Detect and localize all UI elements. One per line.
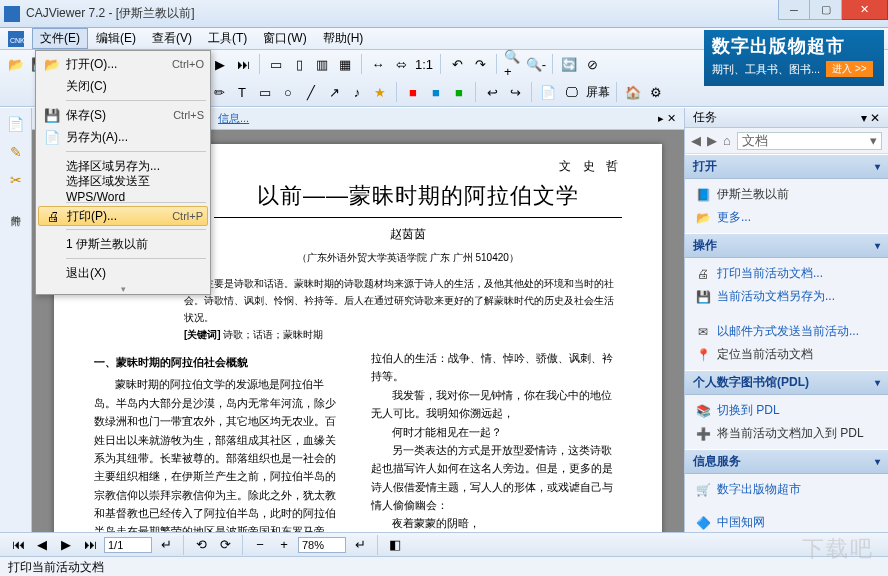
redo-icon[interactable]: ↪ [505, 82, 525, 102]
menu-print-shortcut: Ctrl+P [172, 210, 203, 222]
fit-width-icon[interactable]: ↔ [368, 54, 388, 74]
bb-zoomin-icon[interactable]: + [274, 535, 294, 555]
bb-first-icon[interactable]: ⏮ [8, 535, 28, 555]
close-button[interactable]: ✕ [842, 0, 888, 20]
bb-zoom-go-icon[interactable]: ↵ [350, 535, 370, 555]
bb-go-icon[interactable]: ↵ [156, 535, 176, 555]
bb-last-icon[interactable]: ⏭ [80, 535, 100, 555]
task-info-mall[interactable]: 🛒数字出版物超市 [691, 478, 882, 501]
layout4-icon[interactable]: ▦ [335, 54, 355, 74]
menu-view[interactable]: 查看(V) [144, 28, 200, 49]
task-op-locate[interactable]: 📍定位当前活动文档 [691, 343, 882, 366]
bb-next-icon[interactable]: ▶ [56, 535, 76, 555]
left-tool-3[interactable]: ✂ [4, 168, 28, 192]
task-nav-dropdown[interactable]: 文档 ▾ [737, 132, 882, 150]
menu-edit[interactable]: 编辑(E) [88, 28, 144, 49]
left-tool-1[interactable]: 📄 [4, 112, 28, 136]
bb-zoomout-icon[interactable]: − [250, 535, 270, 555]
annot7-icon[interactable]: ↗ [324, 82, 344, 102]
layout1-icon[interactable]: ▭ [266, 54, 286, 74]
banner-ad[interactable]: 数字出版物超市 期刊、工具书、图书... 进入 >> [704, 30, 884, 86]
stop-icon[interactable]: ⊘ [582, 54, 602, 74]
menu-open[interactable]: 📂 打开(O)... Ctrl+O [38, 53, 208, 75]
config-icon[interactable]: ⚙ [646, 82, 666, 102]
menu-help[interactable]: 帮助(H) [315, 28, 372, 49]
bb-layout-icon[interactable]: ◧ [385, 535, 405, 555]
task-op-saveas[interactable]: 💾当前活动文档另存为... [691, 285, 882, 308]
menu-send-wps[interactable]: 选择区域发送至 WPS/Word [38, 177, 208, 199]
actual-size-icon[interactable]: 1:1 [414, 54, 434, 74]
open-icon[interactable]: 📂 [6, 54, 26, 74]
menu-file[interactable]: 文件(E) [32, 28, 88, 49]
annot8-icon[interactable]: ♪ [347, 82, 367, 102]
nav-back-icon[interactable]: ◀ [691, 133, 701, 148]
nav-fwd-icon[interactable]: ▶ [707, 133, 717, 148]
bb-prev-icon[interactable]: ◀ [32, 535, 52, 555]
annot6-icon[interactable]: ╱ [301, 82, 321, 102]
home-icon[interactable]: 🏠 [623, 82, 643, 102]
menu-save[interactable]: 💾 保存(S) Ctrl+S [38, 104, 208, 126]
task-op-print[interactable]: 🖨打印当前活动文档... [691, 262, 882, 285]
color1-icon[interactable]: ■ [403, 82, 423, 102]
screen-icon[interactable]: 🖵 [561, 82, 581, 102]
task-section-info[interactable]: 信息服务▾ [685, 449, 888, 474]
section-1-title: 一、蒙昧时期的阿拉伯社会概貌 [94, 353, 345, 371]
annot9-icon[interactable]: ★ [370, 82, 390, 102]
sec-open-label: 打开 [693, 158, 717, 175]
window-title: CAJViewer 7.2 - [伊斯兰教以前] [26, 5, 194, 22]
refresh-icon[interactable]: 🔄 [559, 54, 579, 74]
separator [552, 54, 553, 74]
doc-info-link[interactable]: 信息... [218, 111, 249, 126]
fit-page-icon[interactable]: ⬄ [391, 54, 411, 74]
banner-title: 数字出版物超市 [712, 34, 876, 58]
task-op-mail[interactable]: ✉以邮件方式发送当前活动... [691, 320, 882, 343]
minimize-button[interactable]: ─ [778, 0, 810, 20]
menu-recent-1[interactable]: 1 伊斯兰教以前 [38, 233, 208, 255]
annot3-icon[interactable]: T [232, 82, 252, 102]
layout2-icon[interactable]: ▯ [289, 54, 309, 74]
task-open-more[interactable]: 📂更多... [691, 206, 882, 229]
rotate-right-icon[interactable]: ↷ [470, 54, 490, 74]
task-info-cnki[interactable]: 🔷中国知网 [691, 511, 882, 534]
task-section-pdl[interactable]: 个人数字图书馆(PDL)▾ [685, 370, 888, 395]
left-tool-2[interactable]: ✎ [4, 140, 28, 164]
annot5-icon[interactable]: ○ [278, 82, 298, 102]
status-bar: 打印当前活动文档 [0, 556, 888, 576]
menu-grip: ▾ [38, 284, 208, 292]
zoom-in-icon[interactable]: 🔍+ [503, 54, 523, 74]
color3-icon[interactable]: ■ [449, 82, 469, 102]
banner-enter[interactable]: 进入 >> [826, 61, 872, 77]
last-page-icon[interactable]: ⏭ [233, 54, 253, 74]
maximize-button[interactable]: ▢ [810, 0, 842, 20]
task-open-recent[interactable]: 📘伊斯兰教以前 [691, 183, 882, 206]
doc-icon[interactable]: 📄 [538, 82, 558, 102]
zoom-input[interactable] [298, 537, 346, 553]
undo-icon[interactable]: ↩ [482, 82, 502, 102]
annot4-icon[interactable]: ▭ [255, 82, 275, 102]
menu-exit[interactable]: 退出(X) [38, 262, 208, 284]
color2-icon[interactable]: ■ [426, 82, 446, 102]
task-pdl-switch[interactable]: 📚切换到 PDL [691, 399, 882, 422]
nav-home-icon[interactable]: ⌂ [723, 133, 731, 148]
bb-back-icon[interactable]: ⟲ [191, 535, 211, 555]
doc-pin-button[interactable]: ▸ ✕ [650, 112, 684, 125]
task-pdl-add[interactable]: ➕将当前活动文档加入到 PDL [691, 422, 882, 445]
rotate-left-icon[interactable]: ↶ [447, 54, 467, 74]
menu-print[interactable]: 🖨 打印(P)... Ctrl+P [38, 206, 208, 226]
menu-close[interactable]: 关闭(C) [38, 75, 208, 97]
task-section-ops[interactable]: 操作▾ [685, 233, 888, 258]
zoom-out-icon[interactable]: 🔍- [526, 54, 546, 74]
menu-window[interactable]: 窗口(W) [255, 28, 314, 49]
bb-fwd-icon[interactable]: ⟳ [215, 535, 235, 555]
layout3-icon[interactable]: ▥ [312, 54, 332, 74]
menu-save-as[interactable]: 📄 另存为(A)... [38, 126, 208, 148]
app-menu-icon[interactable]: CNKI [4, 29, 28, 49]
next-page-icon[interactable]: ▶ [210, 54, 230, 74]
pdl-add-label: 将当前活动文档加入到 PDL [717, 425, 864, 442]
annot2-icon[interactable]: ✏ [209, 82, 229, 102]
menu-tools[interactable]: 工具(T) [200, 28, 255, 49]
task-section-open[interactable]: 打开▾ [685, 154, 888, 179]
task-close-button[interactable]: ▾ ✕ [861, 111, 880, 125]
left-toolbar: 📄 ✎ ✂ 附件 [0, 108, 32, 534]
page-input[interactable] [104, 537, 152, 553]
